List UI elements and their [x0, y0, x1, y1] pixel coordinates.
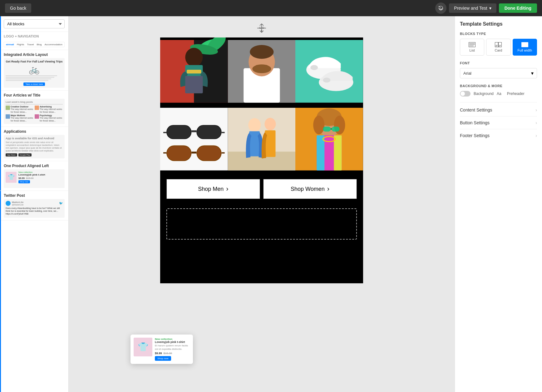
shop-women-label: Shop Women: [291, 186, 325, 192]
image-woman-tropical: [160, 37, 228, 105]
app-title: App is available for iOS and Android: [6, 137, 63, 140]
four-articles-item-1: Creative Outdoor The way internet works …: [6, 106, 34, 113]
preheader-aa: Aa: [497, 92, 501, 96]
shop-men-arrow-icon: ›: [226, 185, 228, 193]
background-toggle[interactable]: [460, 91, 471, 97]
button-settings-item[interactable]: Button Settings ›: [460, 117, 537, 129]
block-type-card[interactable]: Card: [486, 39, 510, 56]
popup-price-new: $9.99: [155, 352, 162, 355]
block-type-list[interactable]: List: [460, 39, 484, 56]
sidebar-block-one-product[interactable]: One Product Aligned Left 👕 New collectio…: [0, 161, 68, 191]
svg-point-22: [250, 45, 273, 59]
product-shop-btn[interactable]: Shop now: [18, 180, 30, 183]
shop-men-label: Shop Men: [198, 186, 224, 192]
full-width-icon: [521, 42, 528, 47]
preview-button[interactable]: Preview and Test ▾: [449, 3, 496, 13]
svg-point-14: [185, 48, 203, 67]
svg-rect-70: [495, 45, 498, 46]
done-editing-button[interactable]: Done Editing: [499, 3, 537, 13]
shop-women-arrow-icon: ›: [327, 185, 329, 193]
sidebar-block-one-product-title: One Product Aligned Left: [4, 164, 65, 168]
svg-rect-41: [197, 126, 221, 138]
sidebar-block-integrated-article-title: Integrated Article Layout: [4, 52, 65, 57]
main-layout: All blocks Logo + Navigation airmail Fli…: [0, 16, 542, 392]
svg-rect-32: [191, 130, 196, 132]
twitter-text: Does every #teambuilding have to be fun?…: [6, 207, 63, 215]
sidebar-block-twitter[interactable]: Twitter Post MailerLite @MailerLite 🐦 Do…: [0, 191, 68, 221]
preheader-label: Preheader: [507, 92, 525, 96]
shop-women-button[interactable]: Shop Women ›: [263, 179, 357, 199]
svg-rect-33: [163, 132, 166, 133]
svg-rect-40: [167, 126, 191, 138]
blocks-type-row: List Card: [460, 39, 537, 56]
google-play-badge: Google Play: [18, 153, 32, 156]
product-name: Lovemyjob pink t-shirt: [18, 173, 45, 176]
content-settings-item[interactable]: Content Settings ›: [460, 104, 537, 117]
popup-prices: $9.99 $15.00: [155, 352, 190, 355]
image-shoes: [295, 37, 363, 105]
footer-settings-chevron-icon: ›: [535, 133, 537, 138]
background-row: Background Aa Preheader: [460, 91, 537, 97]
sidebar-article-cta[interactable]: Take a closer look: [23, 82, 45, 86]
svg-line-2: [260, 24, 262, 26]
image-cell-man-smiling: [228, 37, 296, 105]
image-cell-couple: [228, 105, 296, 173]
panel-title: Template Settings: [460, 21, 537, 27]
bg-label: BACKGROUND & MORE: [460, 84, 537, 88]
font-dropdown[interactable]: Arial ▾: [460, 68, 537, 78]
svg-point-28: [323, 77, 331, 82]
product-thumbnail: 👕: [6, 172, 17, 183]
preview-label: Preview and Test: [454, 6, 487, 11]
svg-rect-72: [495, 46, 497, 47]
font-section: FONT Arial ▾: [460, 61, 537, 78]
week-title: Last week's blog posts: [6, 101, 63, 103]
sidebar-header: All blocks: [0, 16, 68, 32]
card-label: Card: [495, 48, 502, 52]
svg-rect-65: [469, 44, 475, 45]
list-icon: [469, 42, 475, 47]
svg-line-3: [262, 24, 264, 26]
drop-zone[interactable]: [166, 208, 357, 240]
shop-buttons-row: Shop Men › Shop Women ›: [160, 173, 363, 205]
history-button[interactable]: [435, 2, 446, 14]
svg-rect-29: [160, 108, 228, 171]
sidebar-block-applications[interactable]: Applications App is available for iOS an…: [0, 127, 68, 161]
popup-title: Lovemyjob pink t-shirt: [155, 340, 190, 344]
svg-point-53: [313, 116, 325, 134]
blocks-dropdown[interactable]: All blocks: [4, 19, 65, 28]
svg-rect-60: [332, 127, 340, 131]
go-back-button[interactable]: Go back: [5, 3, 31, 13]
popup-shop-button[interactable]: Shop now: [155, 356, 171, 361]
history-icon: [438, 5, 444, 11]
svg-point-23: [252, 64, 271, 73]
sidebar-article-heading: Get Ready Fast For Fall Leaf Viewing Tri…: [6, 60, 63, 63]
popup-product-image: 👕: [134, 338, 152, 356]
twitter-name: MailerLite: [12, 201, 23, 204]
sidebar-block-four-articles[interactable]: Four Articles w/ Title Last week's blog …: [0, 91, 68, 127]
topbar-left: Go back: [5, 3, 31, 13]
topbar: Go back Preview and Test ▾ Done Editing: [0, 0, 542, 16]
block-type-full-width[interactable]: Full width: [513, 39, 537, 56]
svg-rect-59: [323, 127, 331, 131]
svg-rect-17: [185, 76, 203, 93]
popup-desc: Et harum quidem rerum facilis est et exp…: [155, 344, 190, 351]
canvas-area: G O N: [69, 16, 455, 392]
svg-rect-43: [197, 146, 221, 160]
sidebar-block-nav[interactable]: airmail Flights Travel Blog Accommodatio…: [0, 39, 68, 50]
footer-settings-item[interactable]: Footer Settings ›: [460, 129, 537, 142]
footer-settings-label: Footer Settings: [460, 133, 490, 138]
popup-collection: New collection: [155, 338, 190, 340]
email-footer-area: [160, 246, 363, 283]
product-price-new: $9.99: [18, 177, 25, 180]
product-popup: 👕 New collection Lovemyjob pink t-shirt …: [131, 335, 193, 364]
font-value: Arial: [463, 71, 471, 76]
list-label: List: [470, 48, 475, 52]
topbar-right: Preview and Test ▾ Done Editing: [435, 2, 537, 14]
shop-men-button[interactable]: Shop Men ›: [166, 179, 260, 199]
sidebar-block-integrated-article[interactable]: Integrated Article Layout Get Ready Fast…: [0, 50, 68, 91]
product-price-old: $15.00: [26, 177, 33, 180]
image-man-smiling: [228, 37, 296, 105]
svg-rect-66: [469, 46, 474, 46]
background-section: BACKGROUND & MORE Background Aa Preheade…: [460, 84, 537, 97]
full-width-label: Full width: [518, 48, 532, 52]
